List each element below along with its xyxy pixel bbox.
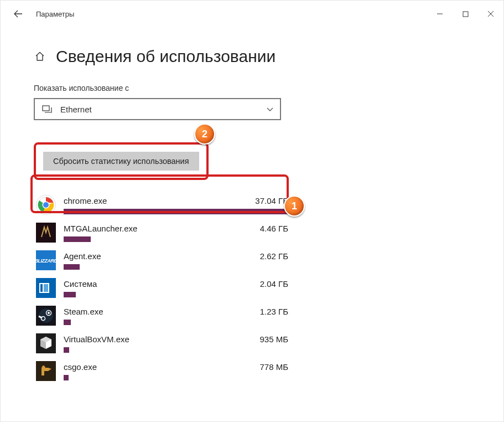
svg-rect-1 bbox=[43, 106, 49, 111]
page-title: Сведения об использовании bbox=[56, 47, 276, 66]
agent-icon: BLIZZARD bbox=[36, 250, 56, 270]
app-info: csgo.exe778 МБ bbox=[64, 361, 288, 380]
svg-rect-0 bbox=[463, 12, 468, 17]
app-row[interactable]: BLIZZARDAgent.exe2.62 ГБ bbox=[34, 246, 288, 274]
app-name: csgo.exe bbox=[64, 362, 97, 372]
titlebar: Параметры bbox=[1, 1, 503, 27]
svg-point-14 bbox=[39, 308, 53, 323]
app-name: Agent.exe bbox=[64, 251, 101, 261]
app-usage-value: 4.46 ГБ bbox=[260, 224, 288, 233]
chevron-down-icon bbox=[267, 104, 273, 114]
svg-point-5 bbox=[43, 202, 49, 208]
app-usage-value: 2.04 ГБ bbox=[260, 279, 288, 289]
usage-bar bbox=[64, 209, 288, 214]
minimize-icon bbox=[437, 11, 443, 17]
svg-point-16 bbox=[48, 312, 50, 314]
app-info: MTGALauncher.exe4.46 ГБ bbox=[64, 223, 288, 242]
close-button[interactable] bbox=[478, 1, 503, 27]
app-name: VirtualBoxVM.exe bbox=[64, 334, 129, 344]
app-usage-list: chrome.exe37.04 ГБMTGALauncher.exe4.46 Г… bbox=[34, 191, 470, 385]
home-icon[interactable] bbox=[34, 50, 46, 63]
ethernet-icon bbox=[41, 105, 53, 113]
app-name: Система bbox=[64, 279, 97, 289]
annotation-badge-2: 2 bbox=[194, 123, 215, 145]
svg-rect-11 bbox=[40, 284, 43, 292]
app-row[interactable]: Steam.exe1.23 ГБ bbox=[34, 302, 288, 330]
dropdown-selected-value: Ethernet bbox=[60, 105, 267, 114]
app-usage-value: 37.04 ГБ bbox=[255, 196, 288, 205]
svg-text:BLIZZARD: BLIZZARD bbox=[36, 258, 56, 264]
usage-bar bbox=[64, 236, 91, 242]
app-row[interactable]: Система2.04 ГБ bbox=[34, 274, 288, 302]
maximize-icon bbox=[463, 11, 469, 17]
app-usage-value: 778 МБ bbox=[259, 362, 288, 372]
back-button[interactable] bbox=[8, 4, 28, 24]
app-name: chrome.exe bbox=[64, 196, 107, 205]
system-icon bbox=[36, 278, 56, 298]
network-adapter-dropdown[interactable]: Ethernet bbox=[34, 98, 281, 120]
app-info: Steam.exe1.23 ГБ bbox=[64, 306, 288, 325]
app-usage-value: 2.62 ГБ bbox=[260, 251, 288, 261]
minimize-button[interactable] bbox=[427, 1, 453, 27]
app-row[interactable]: csgo.exe778 МБ bbox=[34, 357, 288, 385]
usage-bar bbox=[64, 264, 80, 270]
back-arrow-icon bbox=[14, 9, 23, 18]
app-name: MTGALauncher.exe bbox=[64, 224, 137, 233]
svg-rect-12 bbox=[44, 284, 48, 292]
content-area: Сведения об использовании Показать испол… bbox=[1, 47, 503, 385]
vbox-icon bbox=[36, 333, 56, 353]
reset-usage-button[interactable]: Сбросить статистику использования bbox=[43, 152, 199, 171]
filter-label: Показать использование с bbox=[34, 84, 470, 92]
maximize-button[interactable] bbox=[453, 1, 478, 27]
usage-bar bbox=[64, 320, 71, 325]
close-icon bbox=[487, 11, 494, 17]
app-name: Steam.exe bbox=[64, 307, 103, 316]
usage-bar bbox=[64, 292, 76, 297]
chrome-icon bbox=[36, 195, 56, 215]
window-controls bbox=[427, 1, 503, 27]
app-row[interactable]: chrome.exe37.04 ГБ bbox=[34, 191, 288, 219]
app-row[interactable]: MTGALauncher.exe4.46 ГБ bbox=[34, 219, 288, 246]
app-usage-value: 1.23 ГБ bbox=[260, 307, 288, 316]
app-usage-value: 935 МБ bbox=[259, 334, 288, 344]
mtga-icon bbox=[36, 223, 56, 243]
steam-icon bbox=[36, 306, 56, 326]
app-row[interactable]: VirtualBoxVM.exe935 МБ bbox=[34, 330, 288, 357]
app-info: Agent.exe2.62 ГБ bbox=[64, 250, 288, 270]
app-info: Система2.04 ГБ bbox=[64, 278, 288, 297]
usage-bar bbox=[64, 375, 69, 380]
app-title: Параметры bbox=[36, 10, 74, 18]
annotation-highlight-reset: Сбросить статистику использования bbox=[34, 142, 209, 180]
annotation-badge-1: 1 bbox=[284, 195, 305, 217]
app-info: VirtualBoxVM.exe935 МБ bbox=[64, 333, 288, 353]
usage-bar bbox=[64, 347, 69, 353]
app-info: chrome.exe37.04 ГБ bbox=[64, 195, 288, 214]
csgo-icon bbox=[36, 361, 56, 381]
